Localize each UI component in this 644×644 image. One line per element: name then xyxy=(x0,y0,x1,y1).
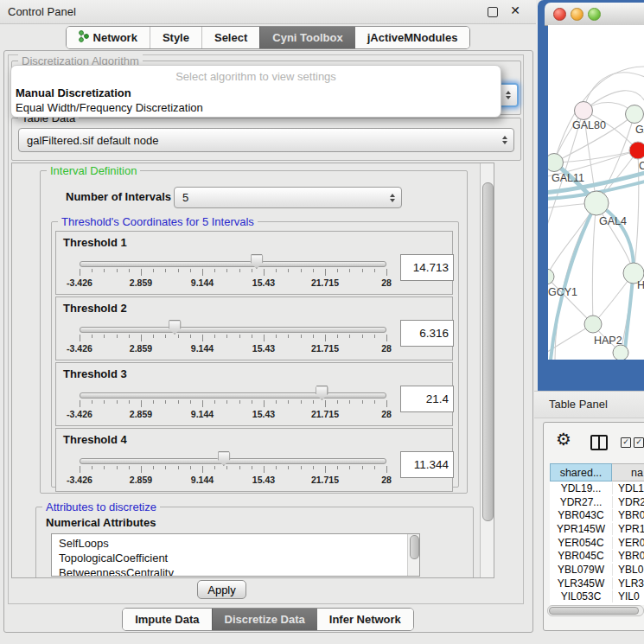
slider-track[interactable] xyxy=(80,458,386,464)
spinner-icon[interactable] xyxy=(390,194,395,202)
tick-mark xyxy=(104,400,105,404)
table-panel-body: ⚙ ✓ ✓ shared... na YDL19...YDL1YDR27...Y… xyxy=(543,422,644,631)
network-node-gal80[interactable] xyxy=(575,102,593,120)
table-row[interactable]: YBR045CYBR0 xyxy=(550,549,644,563)
spinner-icon[interactable] xyxy=(502,136,507,144)
tick-mark xyxy=(374,466,375,469)
threshold-slider[interactable]: -3.4262.8599.14415.4321.71528 xyxy=(80,451,386,489)
tick-mark xyxy=(239,400,240,404)
network-canvas[interactable]: GAL80GACGAL11GAL4GCY1HHAP2 xyxy=(548,25,644,360)
tick-mark xyxy=(252,400,252,404)
table-row[interactable]: YIL053CYIL0 xyxy=(550,590,644,604)
slider-track[interactable] xyxy=(80,327,386,333)
network-node-gal11[interactable] xyxy=(548,154,564,172)
threshold-slider[interactable]: -3.4262.8599.14415.4321.71528 xyxy=(80,386,386,424)
network-node[interactable] xyxy=(613,345,628,360)
tick-mark xyxy=(349,269,350,272)
threshold-slider[interactable]: -3.4262.8599.14415.4321.71528 xyxy=(80,320,386,358)
table-row[interactable]: YLR345WYLR3 xyxy=(550,577,644,590)
float-window-icon[interactable] xyxy=(488,7,498,17)
cell-name: YER0 xyxy=(613,537,644,549)
scrollbar-thumb[interactable] xyxy=(482,182,494,521)
list-item-selfloops[interactable]: SelfLoops xyxy=(52,536,419,551)
tab-discretize-data[interactable]: Discretize Data xyxy=(212,609,317,630)
tab-cyni-toolbox[interactable]: Cyni Toolbox xyxy=(259,27,354,48)
network-node-gal4[interactable] xyxy=(584,191,609,215)
list-item-topologicalcoefficient[interactable]: TopologicalCoefficient xyxy=(52,551,419,565)
tick-mark xyxy=(276,335,277,338)
top-tabstrip: NetworkStyleSelectCyni ToolboxjActiveMNo… xyxy=(0,26,536,49)
num-intervals-combobox[interactable]: 5 xyxy=(174,187,402,208)
tick-mark xyxy=(214,466,215,469)
table-row[interactable]: YDL19...YDL1 xyxy=(550,481,644,495)
minimize-traffic-light[interactable] xyxy=(571,8,583,21)
table-data-combobox[interactable]: galFiltered.sif default node xyxy=(18,128,514,152)
tick-mark xyxy=(141,269,142,276)
cell-shared-name: YER054C xyxy=(550,537,613,549)
tick-mark xyxy=(325,466,326,473)
threshold-value-field[interactable]: 6.316 xyxy=(400,320,454,347)
threshold-row-threshold-1: Threshold 1-3.4262.8599.14415.4321.71528… xyxy=(55,231,453,295)
table-row[interactable]: YBL079WYBL0 xyxy=(550,563,644,577)
network-node-ga[interactable] xyxy=(626,105,644,124)
threshold-row-threshold-3: Threshold 3-3.4262.8599.14415.4321.71528… xyxy=(55,362,453,426)
tick-mark xyxy=(226,466,227,469)
tab-network[interactable]: Network xyxy=(67,27,150,48)
tab-jactivemnodules[interactable]: jActiveMNodules xyxy=(355,27,470,48)
dropdown-placeholder-item[interactable]: Select algorithm to view settings xyxy=(11,70,501,83)
table-row[interactable]: YDR27...YDR2 xyxy=(550,495,644,509)
threshold-value-field[interactable]: 14.713 xyxy=(400,254,454,281)
close-traffic-light[interactable] xyxy=(553,8,566,21)
settings-vertical-scrollbar[interactable] xyxy=(480,163,494,577)
list-item-betweennesscentrality[interactable]: BetweennessCentrality xyxy=(52,565,419,577)
scrollbar-thumb[interactable] xyxy=(549,607,639,615)
threshold-slider[interactable]: -3.4262.8599.14415.4321.71528 xyxy=(80,254,386,292)
dropdown-option-equal-width-frequency[interactable]: Equal Width/Frequency Discretization xyxy=(16,100,496,115)
slider-ticks xyxy=(80,335,386,342)
table-row[interactable]: YPR145WYPR1 xyxy=(550,522,644,536)
checkbox-icon[interactable]: ✓ xyxy=(621,437,631,448)
zoom-traffic-light[interactable] xyxy=(588,8,601,21)
tick-mark xyxy=(178,269,179,272)
slider-track[interactable] xyxy=(80,392,386,399)
cyni-mode-tabs: Impute DataDiscretize DataInfer Network xyxy=(122,608,414,631)
node-label: GCY1 xyxy=(548,286,577,298)
cell-name: YPR1 xyxy=(613,523,644,535)
tick-label: 21.715 xyxy=(311,343,339,354)
dropdown-option-manual-discretization[interactable]: Manual Discretization xyxy=(16,86,496,100)
table-row[interactable]: YER054CYER0 xyxy=(550,536,644,550)
scrollbar-thumb[interactable] xyxy=(410,535,419,559)
tick-mark xyxy=(141,466,142,473)
tick-mark xyxy=(301,269,302,272)
network-node-hap2[interactable] xyxy=(584,316,602,333)
apply-button[interactable]: Apply xyxy=(197,580,246,599)
tick-mark xyxy=(92,400,92,404)
attributes-scrollbar[interactable] xyxy=(407,534,419,576)
column-header-shared-name[interactable]: shared... xyxy=(550,463,612,481)
tick-mark xyxy=(190,335,191,338)
threshold-value-field[interactable]: 21.4 xyxy=(400,386,454,412)
spinner-icon[interactable] xyxy=(506,91,511,99)
slider-track[interactable] xyxy=(80,261,386,267)
tab-select[interactable]: Select xyxy=(201,27,259,48)
threshold-value-field[interactable]: 11.344 xyxy=(400,451,454,478)
tick-mark xyxy=(129,466,130,469)
gear-icon[interactable]: ⚙ xyxy=(556,429,571,450)
network-node-c[interactable] xyxy=(629,142,644,159)
tick-mark xyxy=(349,466,350,469)
control-panel-tabs: NetworkStyleSelectCyni ToolboxjActiveMNo… xyxy=(66,26,471,49)
table-row[interactable]: YBR043CYBR0 xyxy=(550,508,644,522)
network-node-gcy1[interactable] xyxy=(548,269,554,284)
close-icon[interactable]: ✕ xyxy=(510,3,520,17)
node-label: GAL4 xyxy=(599,215,627,227)
tab-infer-network[interactable]: Infer Network xyxy=(317,609,413,630)
table-horizontal-scrollbar[interactable] xyxy=(547,605,644,616)
checkbox-icon[interactable]: ✓ xyxy=(634,437,644,448)
tab-style[interactable]: Style xyxy=(150,27,201,48)
tab-impute-data[interactable]: Impute Data xyxy=(123,609,211,630)
column-layout-icon[interactable] xyxy=(590,435,608,450)
tab-label: jActiveMNodules xyxy=(367,31,458,44)
table-rows: YDL19...YDL1YDR27...YDR2YBR043CYBR0YPR14… xyxy=(550,481,644,603)
column-header-name[interactable]: na xyxy=(612,463,644,481)
tick-mark xyxy=(104,466,105,469)
